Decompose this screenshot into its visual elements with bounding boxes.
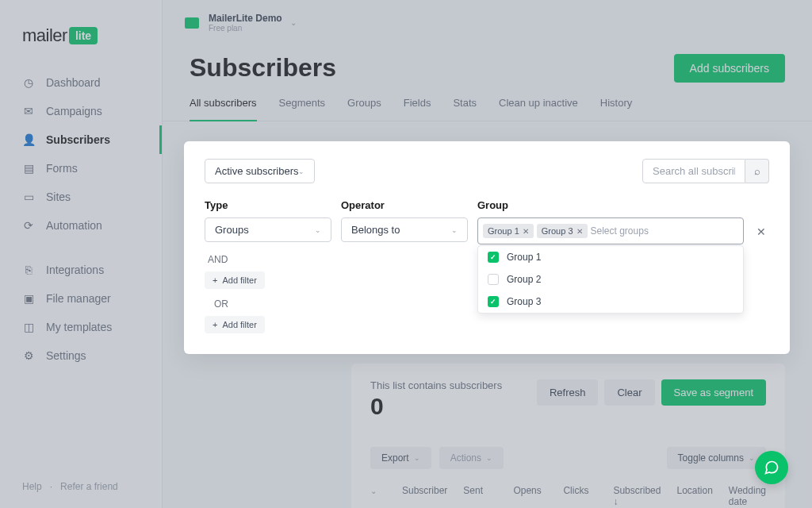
add-filter-label: Add filter	[222, 275, 256, 285]
option-group-2[interactable]: Group 2	[478, 268, 743, 291]
type-label: Type	[205, 199, 331, 211]
group-multiselect[interactable]: Group 1✕ Group 3✕	[477, 217, 744, 244]
search-icon: ⌕	[754, 165, 760, 177]
chip-group-1: Group 1✕	[483, 224, 534, 238]
add-filter-and-button[interactable]: +Add filter	[205, 271, 265, 289]
operator-value: Belongs to	[351, 224, 400, 236]
remove-chip-icon[interactable]: ✕	[523, 227, 529, 236]
option-label: Group 2	[507, 274, 541, 285]
type-select[interactable]: Groups ⌄	[205, 217, 331, 242]
status-filter-select[interactable]: Active subscribers ⌄	[205, 159, 315, 183]
checkbox-checked-icon	[488, 252, 499, 263]
type-value: Groups	[215, 224, 249, 236]
operator-select[interactable]: Belongs to ⌄	[341, 217, 468, 242]
help-chat-button[interactable]	[755, 451, 788, 484]
operator-label: Operator	[341, 199, 468, 211]
chevron-down-icon: ⌄	[298, 167, 304, 175]
checkbox-unchecked-icon	[488, 274, 499, 285]
option-group-1[interactable]: Group 1	[478, 246, 743, 268]
add-filter-or-button[interactable]: +Add filter	[205, 316, 265, 333]
chip-label: Group 3	[542, 226, 573, 236]
search-input[interactable]	[642, 159, 745, 183]
chevron-down-icon: ⌄	[451, 226, 458, 234]
status-filter-value: Active subscribers	[215, 165, 298, 177]
checkbox-checked-icon	[488, 296, 499, 307]
group-dropdown: Group 1 Group 2 Group 3	[477, 245, 744, 314]
group-label: Group	[477, 199, 744, 211]
option-group-3[interactable]: Group 3	[478, 291, 743, 313]
group-input[interactable]	[591, 225, 739, 237]
chevron-down-icon: ⌄	[315, 226, 321, 234]
chat-icon	[764, 460, 779, 475]
remove-chip-icon[interactable]: ✕	[576, 227, 583, 236]
chip-label: Group 1	[488, 226, 519, 236]
option-label: Group 3	[507, 296, 541, 307]
filter-panel: Active subscribers ⌄ ⌕ Type Groups ⌄ Ope…	[184, 141, 790, 354]
chip-group-3: Group 3✕	[537, 224, 588, 238]
option-label: Group 1	[507, 252, 541, 263]
remove-filter-button[interactable]: ✕	[753, 219, 769, 244]
plus-icon: +	[213, 320, 217, 329]
plus-icon: +	[213, 275, 217, 285]
add-filter-label: Add filter	[222, 320, 256, 329]
search-button[interactable]: ⌕	[745, 159, 769, 183]
